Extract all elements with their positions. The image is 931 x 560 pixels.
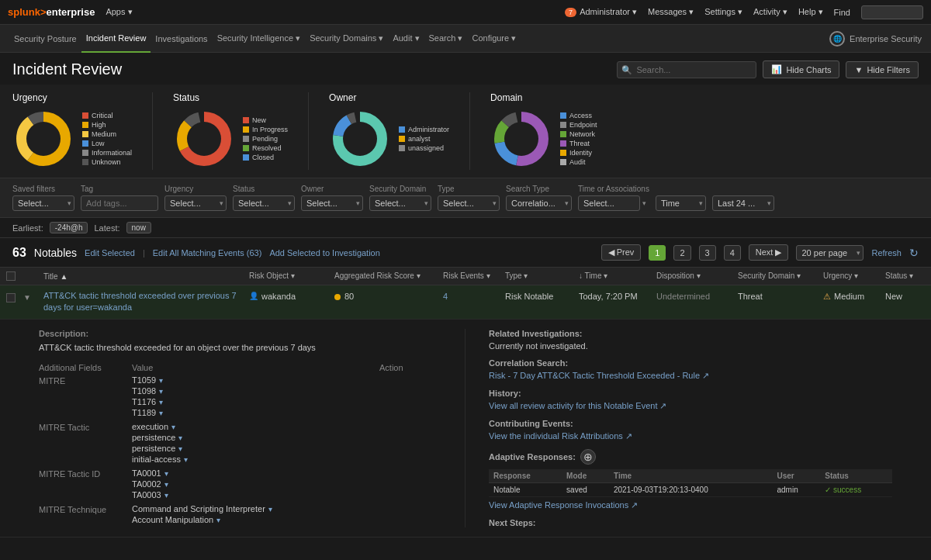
next-page-button[interactable]: Next ▶	[749, 244, 789, 261]
per-page-select[interactable]: 20 per page	[796, 245, 864, 261]
risk-events-link[interactable]: 4	[443, 292, 448, 301]
history-section: History: View all review activity for th…	[489, 389, 892, 411]
tactic-persist1-dropdown[interactable]: ▾	[178, 434, 182, 442]
activity-menu[interactable]: Activity ▾	[753, 7, 787, 17]
row-checkbox[interactable]	[0, 285, 22, 319]
latest-label: Latest:	[94, 223, 119, 233]
latest-value-badge[interactable]: now	[126, 222, 151, 233]
add-investigation-link[interactable]: Add Selected to Investigation	[269, 248, 379, 258]
tag-input[interactable]	[81, 195, 158, 211]
row-title-text[interactable]: ATT&CK tactic threshold exceeded over pr…	[43, 290, 240, 314]
user-icon: 👤	[249, 292, 258, 300]
value-header: Value	[132, 363, 379, 372]
sec-nav-search[interactable]: Search ▾	[424, 25, 468, 53]
mitre-t1176-dropdown[interactable]: ▾	[159, 398, 163, 406]
sec-nav-incident-review[interactable]: Incident Review	[81, 25, 151, 53]
urgency-filter-select[interactable]: Select...	[164, 195, 227, 211]
th-title[interactable]: Title ▲	[39, 268, 244, 285]
tactic-id-0003-dropdown[interactable]: ▾	[164, 491, 168, 500]
th-time[interactable]: ↓ Time ▾	[574, 268, 652, 285]
additional-fields-header: Additional Fields	[39, 363, 132, 372]
type-filter-select[interactable]: Select...	[438, 195, 500, 211]
help-menu[interactable]: Help ▾	[798, 7, 823, 17]
row-expand[interactable]: ▼	[22, 285, 39, 319]
saved-filters-select[interactable]: Select...	[12, 195, 74, 211]
sec-nav-security-intelligence[interactable]: Security Intelligence ▾	[213, 25, 306, 53]
security-domain-select[interactable]: Select...	[369, 195, 431, 211]
mitre-t1059-dropdown[interactable]: ▾	[159, 376, 163, 385]
messages-menu[interactable]: Messages ▾	[648, 7, 694, 17]
incident-search-input[interactable]	[617, 61, 756, 78]
owner-filter-select[interactable]: Select...	[301, 195, 363, 211]
sec-nav-configure[interactable]: Configure ▾	[467, 25, 521, 53]
sec-nav-security-domains[interactable]: Security Domains ▾	[305, 25, 388, 53]
expanded-detail: Description: ATT&CK tactic threshold exc…	[0, 319, 931, 537]
settings-menu[interactable]: Settings ▾	[704, 7, 742, 17]
tactic-initial-dropdown[interactable]: ▾	[184, 455, 188, 464]
th-security-domain[interactable]: Security Domain ▾	[733, 268, 819, 285]
th-risk-events[interactable]: Risk Events ▾	[438, 268, 500, 285]
th-checkbox[interactable]	[0, 268, 22, 285]
edit-selected-link[interactable]: Edit Selected	[85, 248, 135, 258]
disposition-sort-icon: ▾	[697, 271, 701, 280]
th-type[interactable]: Type ▾	[500, 268, 574, 285]
tactic-id-0001-dropdown[interactable]: ▾	[164, 469, 168, 478]
mitre-t1098-dropdown[interactable]: ▾	[159, 387, 163, 396]
search-icon: 🔍	[621, 64, 632, 74]
refresh-icon[interactable]: ↻	[909, 247, 919, 259]
history-title: History:	[489, 389, 892, 398]
tactic-id-0002-dropdown[interactable]: ▾	[164, 480, 168, 489]
technique-cmd-dropdown[interactable]: ▾	[268, 505, 272, 513]
th-risk-object[interactable]: Risk Object ▾	[244, 268, 330, 285]
top-search-input[interactable]	[861, 5, 923, 19]
contributing-events-link[interactable]: View the individual Risk Attributions ↗	[489, 431, 632, 441]
row-risk-object: 👤 wakanda	[244, 285, 330, 319]
th-disposition[interactable]: Disposition ▾	[652, 268, 733, 285]
correlation-search-section: Correlation Search: Risk - 7 Day ATT&CK …	[489, 358, 892, 381]
tactic-persist2-dropdown[interactable]: ▾	[178, 444, 182, 453]
edit-all-link[interactable]: Edit All Matching Events (63)	[153, 248, 262, 258]
time-associations-chevron-icon: ▾	[642, 199, 646, 207]
earliest-value-badge[interactable]: -24h@h	[50, 222, 88, 233]
prev-page-button[interactable]: ◀ Prev	[601, 244, 642, 261]
mitre-technique-label: MITRE Technique	[39, 504, 132, 514]
page-4-button[interactable]: 4	[724, 245, 741, 261]
sec-nav-investigations[interactable]: Investigations	[151, 25, 212, 53]
admin-menu[interactable]: 7 Administrator ▾	[565, 7, 637, 17]
tactic-exec-dropdown[interactable]: ▾	[171, 423, 175, 431]
hide-filters-button[interactable]: ▼ Hide Filters	[846, 61, 919, 78]
sec-nav-security-posture[interactable]: Security Posture	[9, 25, 81, 53]
search-type-select[interactable]: Correlatio...	[506, 195, 572, 211]
ar-mode: saved	[562, 482, 609, 496]
th-urgency[interactable]: Urgency ▾	[819, 268, 881, 285]
refresh-button[interactable]: Refresh	[871, 248, 902, 258]
time-filter-select[interactable]: Time	[656, 195, 706, 211]
ar-response: Notable	[489, 482, 562, 496]
hide-charts-button[interactable]: 📊 Hide Charts	[763, 60, 839, 78]
header-checkbox[interactable]	[6, 271, 16, 281]
urgency-donut	[12, 108, 74, 170]
row-chevron-down-icon[interactable]: ▼	[23, 293, 31, 302]
technique-acct-dropdown[interactable]: ▾	[216, 516, 220, 524]
page-3-button[interactable]: 3	[699, 245, 716, 261]
status-filter-select[interactable]: Select...	[233, 195, 295, 211]
contributing-events-section: Contributing Events: View the individual…	[489, 419, 892, 441]
adaptive-invocations-link[interactable]: View Adaptive Response Invocations ↗	[489, 500, 638, 510]
apps-menu[interactable]: Apps ▾	[106, 7, 132, 17]
history-link[interactable]: View all review activity for this Notabl…	[489, 401, 667, 410]
th-status[interactable]: Status ▾	[881, 268, 931, 285]
splunk-logo[interactable]: splunk>enterprise	[8, 6, 95, 18]
time-range-select[interactable]: Last 24 ...	[712, 195, 774, 211]
mitre-t1189-dropdown[interactable]: ▾	[159, 409, 163, 417]
adaptive-responses-add-button[interactable]: ⊕	[580, 449, 596, 465]
status-donut	[173, 108, 235, 170]
time-associations-select[interactable]: Select...	[578, 195, 640, 211]
th-agg-risk-score[interactable]: Aggregated Risk Score ▾	[330, 268, 438, 285]
risk-object-sort-icon: ▾	[291, 271, 295, 280]
action-header: Action	[379, 363, 441, 372]
page-1-button[interactable]: 1	[649, 245, 666, 261]
correlation-search-link[interactable]: Risk - 7 Day ATT&CK Tactic Threshold Exc…	[489, 371, 709, 380]
page-2-button[interactable]: 2	[673, 245, 690, 261]
related-investigations-text: Currently not investigated.	[489, 341, 892, 351]
sec-nav-audit[interactable]: Audit ▾	[388, 25, 424, 53]
